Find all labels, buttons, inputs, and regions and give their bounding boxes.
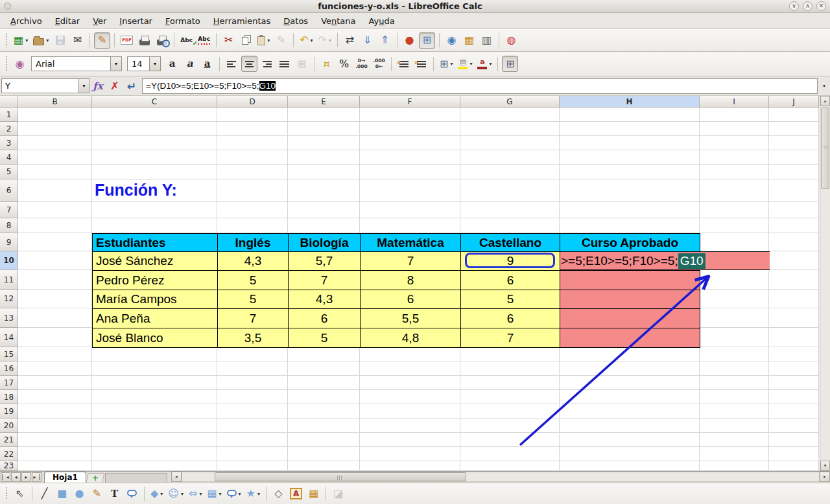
table-cell[interactable]: Ana Peña	[93, 309, 218, 328]
cell-E6[interactable]	[288, 179, 360, 202]
italic-icon[interactable]: a	[182, 56, 198, 72]
table-header-cell[interactable]: Curso Aprobado	[560, 234, 700, 252]
cell-B12[interactable]	[18, 290, 92, 308]
cell-G2[interactable]	[460, 122, 560, 136]
styles-icon[interactable]: ◉	[12, 56, 28, 72]
menu-ventana[interactable]: Ventana	[314, 14, 362, 28]
open-icon[interactable]: ▾	[31, 32, 51, 49]
cell-C8[interactable]	[92, 218, 217, 233]
cell-J15[interactable]	[769, 347, 819, 361]
cell-G3[interactable]	[460, 136, 560, 150]
cell-D21[interactable]	[217, 433, 288, 447]
cell-G8[interactable]	[460, 218, 560, 233]
cell-F5[interactable]	[360, 165, 460, 179]
stars-icon-dropdown[interactable]: ▾	[257, 491, 260, 497]
background-color-icon[interactable]: ▤▾	[456, 56, 474, 72]
cell-I3[interactable]	[700, 136, 769, 150]
cell-G20[interactable]	[460, 418, 560, 433]
cell-H18[interactable]	[560, 390, 700, 404]
align-right-icon[interactable]	[259, 56, 275, 72]
table-cell[interactable]: 4,3	[218, 252, 289, 271]
row-header-3[interactable]: 3	[0, 136, 18, 150]
cell-J3[interactable]	[769, 136, 819, 150]
row-header-14[interactable]: 14	[0, 328, 18, 347]
font-color-icon[interactable]: a▾	[475, 56, 493, 72]
horizontal-scroll-thumb[interactable]	[215, 472, 466, 481]
help-icon[interactable]: ◍	[503, 32, 519, 49]
currency-format-icon[interactable]: ¤	[318, 56, 335, 72]
cell-D3[interactable]	[217, 136, 288, 150]
borders-icon-dropdown[interactable]: ▾	[450, 61, 453, 67]
cell-E19[interactable]	[288, 404, 360, 418]
cell-J20[interactable]	[769, 418, 819, 433]
cell-B4[interactable]	[18, 150, 92, 165]
cell-H3[interactable]	[560, 136, 700, 150]
cell-I5[interactable]	[700, 165, 769, 179]
cell-G15[interactable]	[460, 347, 560, 361]
cell-J17[interactable]	[769, 376, 819, 390]
cell-B14[interactable]	[18, 328, 92, 347]
fontwork-icon[interactable]: A	[288, 486, 304, 502]
cell-G19[interactable]	[460, 404, 560, 418]
font-name-combo-dropdown[interactable]: ▾	[110, 57, 121, 71]
cell-D22[interactable]	[217, 447, 288, 461]
copy-icon[interactable]	[238, 32, 254, 49]
cell-I14[interactable]	[700, 328, 769, 347]
cell-C17[interactable]	[92, 376, 217, 390]
cell-I22[interactable]	[700, 447, 769, 461]
table-cell[interactable]: 3,5	[218, 328, 289, 348]
row-header-19[interactable]: 19	[0, 404, 18, 418]
cell-F23[interactable]	[360, 461, 460, 471]
cell-E8[interactable]	[288, 218, 360, 233]
cell-E21[interactable]	[288, 433, 360, 447]
table-cell[interactable]: 5	[461, 290, 560, 309]
cell-J4[interactable]	[769, 150, 819, 165]
cell-D5[interactable]	[217, 165, 288, 179]
cell-G18[interactable]	[460, 390, 560, 404]
row-header-12[interactable]: 12	[0, 290, 18, 308]
table-cell[interactable]: 5,5	[361, 309, 461, 328]
table-cell[interactable]: 6	[461, 271, 560, 290]
table-header-cell[interactable]: Matemática	[361, 234, 461, 252]
cell-J8[interactable]	[769, 218, 819, 233]
cell-B5[interactable]	[18, 165, 92, 179]
window-menu-button[interactable]	[4, 3, 11, 10]
cell-G21[interactable]	[460, 433, 560, 447]
percent-format-icon[interactable]: %	[336, 56, 352, 72]
cell-I2[interactable]	[700, 122, 769, 136]
cell-J13[interactable]	[769, 308, 819, 328]
table-cell[interactable]: José Sánchez	[93, 252, 218, 271]
cancel-icon[interactable]: ✗	[106, 78, 123, 94]
table-cell[interactable]: 5,7	[289, 252, 361, 271]
cell-B19[interactable]	[18, 404, 92, 418]
row-header-15[interactable]: 15	[0, 347, 18, 361]
cell-F6[interactable]	[360, 179, 460, 202]
toolbar-handle[interactable]	[4, 32, 8, 49]
scroll-down-button[interactable]: ▾	[820, 461, 830, 471]
cut-icon[interactable]: ✂	[220, 32, 237, 49]
table-cell[interactable]: 7	[361, 252, 461, 271]
decrease-indent-icon[interactable]: «	[396, 56, 412, 72]
background-color-icon-dropdown[interactable]: ▾	[469, 61, 472, 67]
block-arrows-icon-dropdown[interactable]: ▾	[199, 491, 202, 497]
symbol-shapes-icon[interactable]: ☺▾	[166, 486, 185, 502]
cell-B17[interactable]	[18, 376, 92, 390]
scroll-right-button[interactable]: ▸	[820, 472, 830, 482]
cell-H20[interactable]	[560, 418, 700, 433]
row-header-20[interactable]: 20	[0, 418, 18, 433]
cell-G4[interactable]	[460, 150, 560, 165]
insert-image-icon[interactable]: ▦	[305, 486, 322, 502]
callouts-icon-dropdown[interactable]: ▾	[239, 491, 241, 497]
toolbar-handle[interactable]	[4, 54, 8, 73]
column-header-B[interactable]: B	[18, 96, 92, 108]
cell-J9[interactable]	[769, 233, 819, 251]
table-header-cell[interactable]: Castellano	[461, 234, 560, 252]
cell-G22[interactable]	[460, 447, 560, 461]
cell-H15[interactable]	[560, 347, 700, 361]
cell-I9[interactable]	[700, 233, 769, 251]
cell-B20[interactable]	[18, 418, 92, 433]
cell-C22[interactable]	[92, 447, 217, 461]
cell-H22[interactable]	[560, 447, 700, 461]
cell-J1[interactable]	[769, 108, 819, 122]
table-header-cell[interactable]: Biología	[289, 234, 361, 252]
